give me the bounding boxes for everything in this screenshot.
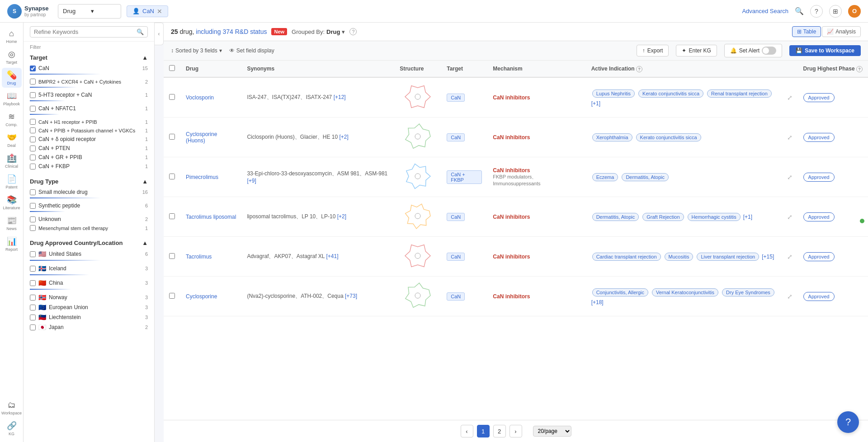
synonyms-more-link[interactable]: [+9] — [247, 178, 256, 184]
expand-icon[interactable]: ⤢ — [787, 174, 793, 181]
row-checkbox[interactable] — [169, 213, 175, 219]
collapse-filter-button[interactable]: ‹ — [155, 23, 164, 45]
sidebar-item-playbook[interactable]: 📖 Playbook — [2, 89, 22, 108]
close-icon[interactable]: ✕ — [157, 8, 162, 15]
page-2-button[interactable]: 2 — [493, 425, 506, 437]
filter-checkbox-iceland[interactable] — [30, 266, 36, 272]
page-1-button[interactable]: 1 — [477, 425, 490, 437]
synonyms-more-link[interactable]: [+12] — [334, 94, 346, 100]
filter-checkbox-fkbp[interactable] — [30, 164, 36, 169]
phase-info-icon[interactable]: ? — [856, 66, 863, 72]
grid-icon[interactable]: ⊞ — [829, 5, 842, 18]
filter-checkbox-liechtenstein[interactable] — [30, 315, 36, 320]
filter-checkbox-ppib-vgkcs[interactable] — [30, 127, 36, 133]
filter-checkbox-bmpr2[interactable] — [30, 79, 36, 85]
chevron-down-icon[interactable]: ▾ — [342, 28, 345, 35]
filter-checkbox-unknown[interactable] — [30, 216, 36, 222]
row-checkbox[interactable] — [169, 253, 175, 259]
can-tab[interactable]: 👤 CaN ✕ — [127, 5, 168, 17]
sort-button[interactable]: ↕ Sorted by 3 fields ▾ — [171, 47, 222, 54]
target-tag: CaN — [447, 253, 465, 261]
filter-checkbox-us[interactable] — [30, 251, 36, 257]
avatar[interactable]: O — [848, 5, 861, 18]
drug-name-link[interactable]: Pimecrolimus — [186, 174, 218, 180]
search-icon[interactable]: 🔍 — [795, 7, 804, 15]
set-alert-button[interactable]: 🔔 Set Alert — [724, 44, 782, 57]
sidebar-item-workspace[interactable]: 🗂 Workspace — [2, 398, 22, 418]
entity-type-selector[interactable]: Drug ▾ — [58, 4, 121, 19]
synonyms-more-link[interactable]: [+41] — [326, 253, 338, 259]
filter-checkbox-synthetic-peptide[interactable] — [30, 203, 36, 209]
field-display-button[interactable]: 👁 Set field display — [229, 47, 274, 54]
sidebar-item-drug[interactable]: 💊 Drug — [2, 68, 22, 88]
indication-more-link[interactable]: [+1] — [743, 214, 752, 220]
enter-kg-button[interactable]: ✦ Enter KG — [676, 45, 717, 56]
search-box[interactable]: 🔍 — [30, 26, 148, 38]
drug-name-link[interactable]: Tacrolimus — [186, 254, 212, 260]
filter-checkbox-gr-ppib[interactable] — [30, 155, 36, 160]
synonyms-more-link[interactable]: [+73] — [345, 293, 357, 299]
filter-checkbox-china[interactable] — [30, 280, 36, 286]
sidebar-item-report[interactable]: 📊 Report — [2, 234, 22, 254]
indication-more-link[interactable]: [+18] — [591, 299, 604, 306]
row-checkbox[interactable] — [169, 174, 175, 179]
drug-name-link[interactable]: Tacrolimus liposomal — [186, 214, 236, 220]
save-workspace-button[interactable]: 💾 Save to Workspace — [789, 45, 861, 56]
sidebar-item-news[interactable]: 📰 News — [2, 213, 22, 233]
table-view-button[interactable]: ⊞ Table — [792, 26, 821, 37]
filter-checkbox-5ht3[interactable] — [30, 92, 36, 98]
filter-checkbox-h1ppib[interactable] — [30, 119, 36, 125]
next-page-button[interactable]: › — [509, 425, 522, 437]
target-collapse-icon[interactable]: ▲ — [142, 54, 148, 61]
expand-icon[interactable]: ⤢ — [787, 253, 793, 260]
help-button[interactable]: ? — [810, 5, 823, 18]
expand-icon[interactable]: ⤢ — [787, 134, 793, 141]
country-collapse-icon[interactable]: ▲ — [142, 240, 148, 246]
indication-more-link[interactable]: [+1] — [591, 100, 600, 107]
sidebar-item-deal[interactable]: 🤝 Deal — [2, 130, 22, 150]
row-checkbox[interactable] — [169, 134, 175, 140]
sidebar-item-target[interactable]: ◎ Target — [2, 47, 22, 67]
drug-name-link[interactable]: Cyclosporine — [186, 293, 217, 300]
drug-name-link[interactable]: Cyclosporine (Huons) — [186, 131, 217, 144]
expand-icon[interactable]: ⤢ — [787, 94, 793, 101]
filter-checkbox-norway[interactable] — [30, 295, 36, 301]
synonyms-more-link[interactable]: [+2] — [340, 134, 349, 140]
row-checkbox-cell — [164, 237, 180, 277]
expand-icon[interactable]: ⤢ — [787, 213, 793, 221]
help-float-button[interactable]: ? — [837, 411, 859, 433]
rd-status-link[interactable]: including 374 R&D status — [196, 28, 267, 35]
row-checkbox[interactable] — [169, 293, 175, 299]
drug-name-link[interactable]: Voclosporin — [186, 94, 214, 101]
filter-checkbox-japan[interactable] — [30, 324, 36, 330]
sidebar-item-literature[interactable]: 📚 Literature — [2, 193, 22, 212]
filter-checkbox-opioid[interactable] — [30, 136, 36, 142]
info-icon[interactable]: ? — [349, 28, 357, 35]
sidebar-item-comp[interactable]: ≋ Comp. — [2, 109, 22, 129]
filter-checkbox-pten[interactable] — [30, 146, 36, 151]
row-checkbox[interactable] — [169, 94, 175, 100]
analysis-view-button[interactable]: 📈 Analysis — [822, 26, 861, 37]
indication-info-icon[interactable]: ? — [636, 66, 642, 72]
search-input[interactable] — [34, 28, 134, 35]
alert-toggle[interactable] — [762, 47, 776, 55]
sidebar-item-clinical[interactable]: 🏥 Clinical — [2, 151, 22, 171]
per-page-select[interactable]: 20/page 50/page 100/page — [533, 426, 571, 437]
filter-checkbox-can[interactable] — [30, 66, 36, 71]
filter-checkbox-small-molecule[interactable] — [30, 189, 36, 195]
filter-checkbox-nfatc1[interactable] — [30, 106, 36, 112]
filter-checkbox-eu[interactable] — [30, 305, 36, 310]
sidebar-item-patent[interactable]: 📄 Patent — [2, 172, 22, 192]
filter-checkbox-stem-cell[interactable] — [30, 225, 36, 231]
prev-page-button[interactable]: ‹ — [461, 425, 473, 437]
synonyms-more-link[interactable]: [+2] — [337, 213, 346, 220]
advanced-search-link[interactable]: Advanced Search — [742, 8, 788, 14]
export-button[interactable]: ↑ Export — [637, 45, 669, 56]
indication-more-link[interactable]: [+15] — [762, 254, 774, 260]
expand-icon[interactable]: ⤢ — [787, 293, 793, 300]
norway-flag-icon: 🇳🇴 — [38, 294, 46, 301]
sidebar-item-home[interactable]: ⌂ Home — [2, 26, 22, 46]
sidebar-item-kg[interactable]: 🔗 KG — [2, 418, 22, 438]
select-all-checkbox[interactable] — [169, 65, 175, 71]
drug-type-collapse-icon[interactable]: ▲ — [142, 178, 148, 185]
